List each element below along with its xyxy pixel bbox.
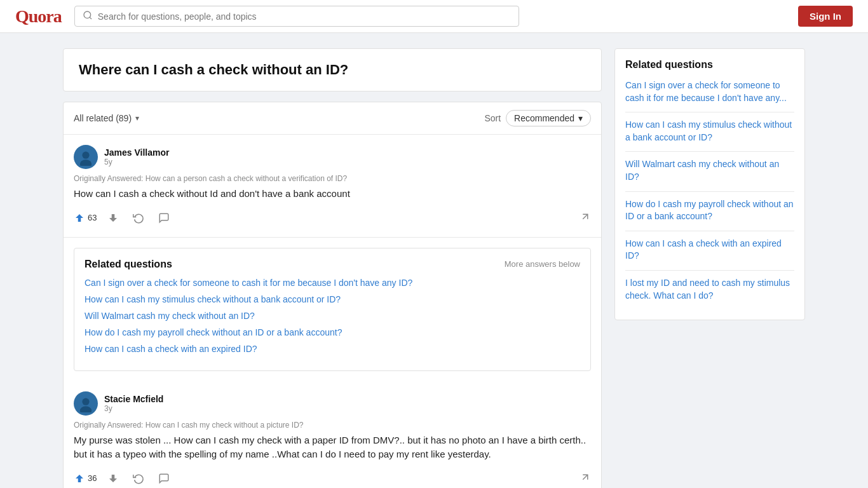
search-icon (83, 10, 93, 22)
sidebar-divider (625, 191, 794, 192)
originally-answered: Originally Answered: How can a person ca… (74, 174, 591, 183)
related-link-4[interactable]: How do I cash my payroll check without a… (85, 327, 580, 337)
search-bar[interactable] (74, 6, 519, 27)
downvote-button[interactable] (104, 209, 122, 227)
svg-line-9 (583, 475, 588, 480)
share-button[interactable] (580, 471, 591, 485)
question-title: Where can I cash a check without an ID? (79, 62, 586, 78)
upvote-button[interactable]: 63 (74, 212, 97, 224)
author-info: James Villamor 5y (104, 147, 169, 166)
answer-header: Stacie Mcfield 3y (74, 391, 591, 416)
answer-header: James Villamor 5y (74, 145, 591, 169)
upvote-group: 63 (74, 212, 97, 224)
sort-value: Recommended (514, 113, 574, 123)
related-link-5[interactable]: How can I cash a check with an expired I… (85, 344, 580, 354)
sidebar-divider (625, 112, 794, 112)
sidebar-link-2[interactable]: How can I cash my stimulus check without… (625, 119, 794, 144)
answer-text: How can I cash a check without Id and do… (74, 187, 591, 201)
sidebar-link-5[interactable]: How can I cash a check with an expired I… (625, 238, 794, 262)
author-name: Stacie Mcfield (104, 394, 163, 404)
comment-button[interactable] (155, 470, 173, 487)
upvote-button[interactable]: 36 (74, 473, 97, 484)
related-questions-inline: Related questions More answers below Can… (74, 248, 591, 371)
share-button[interactable] (580, 211, 591, 225)
quora-logo: Quora (15, 6, 62, 27)
svg-point-0 (84, 11, 91, 18)
sort-dropdown[interactable]: Recommended ▾ (506, 110, 591, 126)
sidebar-link-6[interactable]: I lost my ID and need to cash my stimulu… (625, 277, 794, 302)
sidebar-title: Related questions (625, 59, 794, 71)
left-column: Where can I cash a check without an ID? … (63, 48, 602, 488)
retry-button[interactable] (130, 209, 147, 227)
sidebar-box: Related questions Can I sign over a chec… (614, 48, 805, 320)
svg-line-1 (90, 17, 92, 19)
avatar (74, 145, 98, 169)
sort-label: Sort (484, 113, 501, 123)
upvote-count: 63 (88, 213, 97, 222)
related-link-1[interactable]: Can I sign over a check for someone to c… (85, 278, 580, 288)
question-box: Where can I cash a check without an ID? (63, 48, 602, 92)
chevron-down-icon: ▾ (135, 114, 139, 123)
answer-card: James Villamor 5y Originally Answered: H… (64, 135, 601, 238)
all-related-dropdown[interactable]: All related (89) ▾ (74, 113, 139, 123)
sidebar-divider (625, 231, 794, 231)
answer-actions: 63 (74, 209, 591, 227)
sidebar-link-4[interactable]: How do I cash my payroll check without a… (625, 198, 794, 223)
sidebar-link-3[interactable]: Will Walmart cash my check without an ID… (625, 158, 794, 183)
main-layout: Where can I cash a check without an ID? … (53, 48, 815, 488)
originally-answered: Originally Answered: How can I cash my c… (74, 421, 591, 430)
related-link-2[interactable]: How can I cash my stimulus check without… (85, 294, 580, 304)
svg-point-3 (82, 152, 89, 159)
sidebar-divider (625, 151, 794, 152)
sort-area: Sort Recommended ▾ (484, 110, 591, 126)
more-answers-label: More answers below (505, 259, 580, 269)
upvote-count: 36 (88, 473, 97, 483)
related-link-3[interactable]: Will Walmart cash my check without an ID… (85, 311, 580, 321)
upvote-group: 36 (74, 473, 97, 484)
svg-point-7 (82, 398, 89, 405)
answers-section: All related (89) ▾ Sort Recommended ▾ (63, 102, 602, 488)
avatar (74, 391, 98, 416)
sidebar-link-1[interactable]: Can I sign over a check for someone to c… (625, 79, 794, 104)
right-sidebar: Related questions Can I sign over a chec… (614, 48, 805, 488)
all-related-label: All related (89) (74, 113, 132, 123)
sidebar-divider (625, 270, 794, 271)
search-input[interactable] (98, 11, 511, 22)
author-time: 3y (104, 404, 163, 413)
svg-line-5 (583, 214, 588, 219)
author-info: Stacie Mcfield 3y (104, 394, 163, 413)
sign-in-button[interactable]: Sign In (798, 6, 853, 27)
answer-text: My purse was stolen ... How can I cash m… (74, 433, 591, 462)
author-time: 5y (104, 158, 169, 166)
answer-card: Stacie Mcfield 3y Originally Answered: H… (64, 381, 601, 489)
answer-actions: 36 (74, 470, 591, 487)
related-header-inline: Related questions More answers below (85, 259, 580, 270)
filter-bar: All related (89) ▾ Sort Recommended ▾ (64, 102, 601, 135)
site-header: Quora Sign In (0, 0, 868, 33)
related-title-inline: Related questions (85, 259, 172, 270)
comment-button[interactable] (155, 209, 173, 227)
retry-button[interactable] (130, 470, 147, 487)
author-name: James Villamor (104, 147, 169, 158)
downvote-button[interactable] (104, 470, 122, 487)
sort-chevron-icon: ▾ (578, 113, 583, 123)
